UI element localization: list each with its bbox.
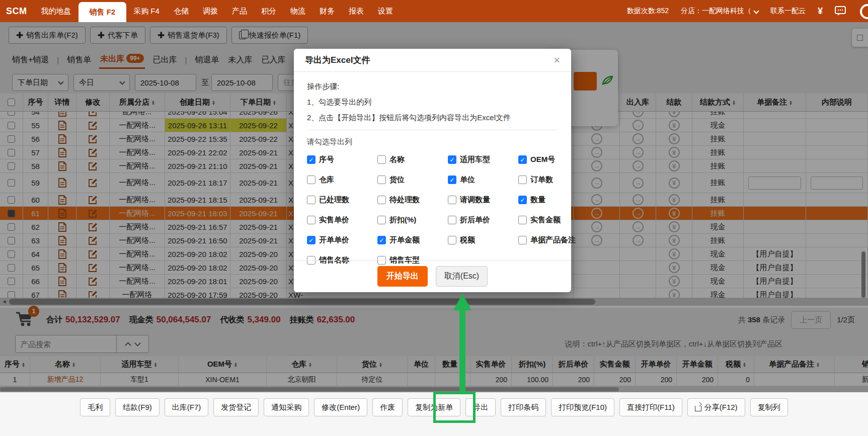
export-column-label: 开单单价	[319, 235, 349, 245]
export-column-折扣(%)[interactable]: 折扣(%)	[377, 215, 444, 225]
checkbox-unchecked[interactable]	[518, 176, 527, 184]
export-column-label: 名称	[389, 155, 405, 164]
data-count-label: 数据次数:852	[627, 7, 669, 16]
step-1: 1、勾选要导出的列	[307, 97, 558, 107]
annotation-arrow-head	[453, 294, 471, 310]
footer-button-打印条码[interactable]: 打印条码	[501, 398, 546, 416]
contact-link[interactable]: 联系一配云	[770, 7, 806, 16]
export-column-适用车型[interactable]: ✓适用车型	[448, 155, 514, 164]
footer-button-作废[interactable]: 作废	[372, 398, 403, 416]
export-column-单位[interactable]: ✓单位	[448, 175, 514, 185]
footer-button-打印预览(F10)[interactable]: 打印预览(F10)	[551, 398, 614, 416]
export-column-label: 已处理数	[319, 195, 349, 205]
export-column-label: 实售金额	[530, 215, 561, 225]
checkbox-checked[interactable]: ✓	[448, 176, 456, 184]
checkbox-unchecked[interactable]	[377, 216, 386, 224]
footer-button-label: 结款(F9)	[123, 403, 152, 412]
export-column-名称[interactable]: 名称	[377, 155, 444, 164]
top-nav: SCM 我的地盘销售 F2采购 F4仓储调拨产品积分物流财务报表设置 数据次数:…	[0, 0, 868, 22]
export-column-单据产品备注[interactable]: 单据产品备注	[518, 235, 576, 245]
close-icon[interactable]: ×	[554, 55, 560, 66]
checkbox-unchecked[interactable]	[448, 236, 456, 244]
footer-button-通知采购[interactable]: 通知采购	[264, 398, 309, 416]
nav-item-积分[interactable]: 积分	[254, 0, 283, 22]
export-column-待处理数[interactable]: 待处理数	[377, 195, 444, 205]
footer-button-label: 毛利	[88, 403, 103, 412]
footer-button-分享(F12)[interactable]: 分享(F12)	[687, 398, 745, 416]
nav-item-采购 F4[interactable]: 采购 F4	[126, 0, 167, 22]
export-column-label: 适用车型	[460, 155, 490, 164]
checkbox-checked[interactable]: ✓	[448, 155, 456, 164]
chat-bubble-icon[interactable]	[835, 6, 846, 16]
cancel-button[interactable]: 取消(Esc)	[436, 266, 488, 287]
export-column-订单数[interactable]: 订单数	[518, 175, 576, 185]
footer-button-出库(F7)[interactable]: 出库(F7)	[165, 398, 209, 416]
checkbox-checked[interactable]: ✓	[518, 196, 527, 204]
export-column-label: OEM号	[530, 155, 555, 164]
footer-button-label: 打印预览(F10)	[559, 403, 607, 412]
export-column-开单单价[interactable]: ✓开单单价	[307, 235, 373, 245]
checkbox-unchecked[interactable]	[377, 176, 386, 184]
export-column-label: 序号	[319, 155, 334, 164]
checkbox-unchecked[interactable]	[518, 236, 527, 244]
export-column-仓库[interactable]: 仓库	[307, 175, 373, 185]
currency-icon[interactable]: ¥	[818, 6, 823, 17]
checkbox-unchecked[interactable]	[307, 176, 315, 184]
checkbox-unchecked[interactable]	[307, 196, 315, 204]
nav-item-设置[interactable]: 设置	[371, 0, 400, 22]
divider	[307, 130, 558, 130]
share-icon	[695, 406, 701, 411]
checkbox-unchecked[interactable]	[377, 196, 386, 204]
modal-body: 操作步骤: 1、勾选要导出的列 2、点击【开始导出】按钮后将勾选项列内容导出为E…	[294, 72, 571, 265]
nav-item-财务[interactable]: 财务	[312, 0, 342, 22]
checkbox-checked[interactable]: ✓	[518, 155, 527, 164]
export-column-label: 税额	[460, 235, 475, 245]
footer-button-label: 出库(F7)	[172, 403, 201, 412]
modal-header: 导出为Excel文件 ×	[294, 49, 571, 72]
nav-item-物流[interactable]: 物流	[283, 0, 312, 22]
checkbox-unchecked[interactable]	[448, 196, 456, 204]
export-column-已处理数[interactable]: 已处理数	[307, 195, 373, 205]
nav-item-产品[interactable]: 产品	[225, 0, 254, 22]
export-column-折后单价[interactable]: 折后单价	[448, 215, 514, 225]
export-column-label: 请调数量	[460, 195, 490, 205]
export-column-税额[interactable]: 税额	[448, 235, 514, 245]
footer-button-结款(F9)[interactable]: 结款(F9)	[115, 398, 160, 416]
export-column-OEM号[interactable]: ✓OEM号	[518, 155, 576, 164]
footer-button-发货登记[interactable]: 发货登记	[213, 398, 259, 416]
checkbox-checked[interactable]: ✓	[307, 236, 315, 244]
branch-selector[interactable]: 分店：一配网络科技（	[681, 7, 758, 16]
checkbox-unchecked[interactable]	[307, 216, 315, 224]
checkbox-checked[interactable]: ✓	[307, 155, 315, 164]
export-column-label: 实售单价	[319, 215, 349, 225]
export-column-label: 仓库	[319, 175, 334, 185]
footer-button-label: 通知采购	[271, 403, 301, 412]
export-column-序号[interactable]: ✓序号	[307, 155, 373, 164]
start-export-button[interactable]: 开始导出	[377, 266, 428, 287]
footer-button-复制列[interactable]: 复制列	[750, 398, 788, 416]
checkbox-unchecked[interactable]	[518, 216, 527, 224]
nav-item-仓储[interactable]: 仓储	[167, 0, 196, 22]
footer-button-毛利[interactable]: 毛利	[80, 398, 110, 416]
export-column-货位[interactable]: 货位	[377, 175, 444, 185]
export-column-label: 订单数	[530, 175, 553, 185]
export-column-实售金额[interactable]: 实售金额	[518, 215, 576, 225]
export-column-数量[interactable]: ✓数量	[518, 195, 576, 205]
export-column-请调数量[interactable]: 请调数量	[448, 195, 514, 205]
footer-button-直接打印(F11)[interactable]: 直接打印(F11)	[619, 398, 682, 416]
nav-item-我的地盘[interactable]: 我的地盘	[34, 0, 78, 22]
nav-item-报表[interactable]: 报表	[342, 0, 371, 22]
export-column-label: 待处理数	[389, 195, 420, 205]
checkbox-checked[interactable]: ✓	[377, 236, 386, 244]
export-column-开单金额[interactable]: ✓开单金额	[377, 235, 444, 245]
nav-item-调拨[interactable]: 调拨	[196, 0, 225, 22]
footer-button-label: 打印条码	[508, 403, 538, 412]
export-column-label: 开单金额	[389, 235, 420, 245]
export-column-实售单价[interactable]: 实售单价	[307, 215, 373, 225]
footer-button-label: 修改(Enter)	[322, 403, 360, 412]
nav-item-销售 F2[interactable]: 销售 F2	[78, 2, 127, 22]
footer-button-修改(Enter)[interactable]: 修改(Enter)	[314, 398, 367, 416]
footer-button-label: 作废	[380, 403, 395, 412]
checkbox-unchecked[interactable]	[448, 216, 456, 224]
checkbox-unchecked[interactable]	[377, 155, 386, 164]
